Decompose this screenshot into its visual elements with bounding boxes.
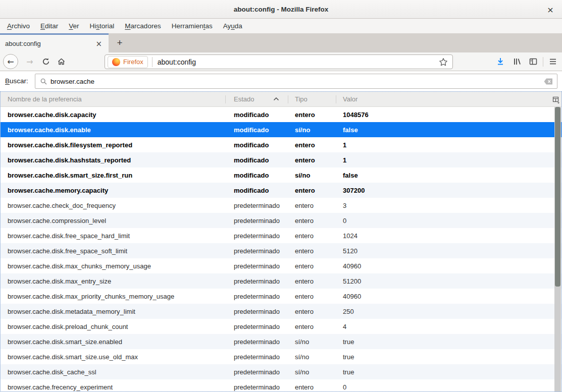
column-header-name[interactable]: Nombre de la preferencia [1,95,225,103]
pref-type: entero [288,232,336,240]
pref-row[interactable]: browser.cache.check_doc_frequency predet… [1,198,561,213]
pref-value: 1048576 [336,111,561,119]
pref-type: entero [288,217,336,225]
star-icon [439,58,448,67]
url-bar[interactable]: Firefox about:config [105,54,453,69]
window-title: about:config - Mozilla Firefox [234,6,329,13]
sort-ascending-icon [273,97,279,101]
app-menu-button[interactable] [547,55,559,68]
pref-value: 1 [336,141,561,149]
pref-name: browser.cache.compression_level [1,217,225,225]
pref-status: modificado [225,126,288,134]
pref-value: 40960 [336,293,561,300]
bookmark-star-button[interactable] [439,58,448,67]
pref-value: true [336,338,561,346]
site-identity-chip[interactable]: Firefox [108,56,148,68]
sidebars-button[interactable] [527,55,539,68]
pref-value: 1 [336,156,561,164]
pref-row[interactable]: browser.cache.disk.free_space_soft_limit… [1,243,561,258]
pref-row[interactable]: browser.cache.disk.smart_size.use_old_ma… [1,349,561,364]
header-divider [336,95,336,103]
search-box[interactable] [35,74,557,89]
pref-name: browser.cache.disk.smart_size.enabled [1,338,225,346]
column-picker-button[interactable] [551,95,560,104]
pref-row[interactable]: browser.cache.disk.max_entry_size predet… [1,273,561,289]
pref-type: entero [288,111,336,119]
pref-value: 250 [336,308,561,315]
pref-row[interactable]: browser.cache.disk.enable modificado sí/… [1,122,561,137]
reload-button[interactable] [38,54,54,69]
menu-marcadores[interactable]: Marcadores [125,22,161,30]
downloads-button[interactable] [494,55,506,68]
home-button[interactable] [54,54,69,69]
pref-value: 5120 [336,247,561,255]
menu-ver[interactable]: Ver [69,22,79,30]
pref-status: modificado [225,141,288,149]
pref-type: sí/no [288,172,336,179]
pref-status: predeterminado [225,293,288,300]
pref-row[interactable]: browser.cache.disk.capacity modificado e… [1,107,561,122]
pref-status: modificado [225,187,288,194]
menu-herramientas[interactable]: Herramientas [172,22,213,30]
pref-status: modificado [225,156,288,164]
pref-row[interactable]: browser.cache.disk.filesystem_reported m… [1,137,561,152]
pref-type: entero [288,156,336,164]
tab-about-config[interactable]: about:config × [0,33,109,52]
pref-row[interactable]: browser.cache.disk.smart_size.enabled pr… [1,334,561,349]
download-icon [496,57,505,66]
pref-row[interactable]: browser.cache.disk.preload_chunk_count p… [1,319,561,334]
header-divider [225,95,226,103]
clear-input-icon[interactable] [544,78,553,85]
column-header-type[interactable]: Tipo [288,95,336,103]
vertical-scrollbar[interactable] [554,107,561,392]
pref-value: true [336,368,561,376]
pref-row[interactable]: browser.cache.disk.free_space_hard_limit… [1,228,561,243]
pref-row[interactable]: browser.cache.disk.hashstats_reported mo… [1,152,561,167]
tab-close-icon[interactable]: × [94,39,104,48]
pref-value: 0 [336,383,561,391]
pref-type: sí/no [288,338,336,346]
table-header: Nombre de la preferencia Estado Tipo Val… [1,92,561,107]
menu-bar: Archivo Editar Ver Historial Marcadores … [0,19,562,33]
pref-row[interactable]: browser.cache.memory.capacity modificado… [1,183,561,198]
pref-value: false [336,126,561,134]
pref-status: predeterminado [225,308,288,315]
column-header-value[interactable]: Valor [336,95,561,103]
firefox-window: about:config - Mozilla Firefox × Archivo… [0,0,562,392]
pref-status: predeterminado [225,217,288,225]
back-button[interactable]: ← [3,54,18,69]
new-tab-button[interactable]: + [111,33,128,52]
header-divider [288,95,288,103]
pref-row[interactable]: browser.cache.disk.max_priority_chunks_m… [1,289,561,304]
pref-row[interactable]: browser.cache.disk.smart_size.first_run … [1,167,561,183]
forward-button[interactable]: → [22,54,37,69]
pref-type: entero [288,262,336,270]
pref-row[interactable]: browser.cache.disk.metadata_memory_limit… [1,304,561,319]
pref-name: browser.cache.disk.enable [1,126,225,134]
pref-row[interactable]: browser.cache.frecency_experiment predet… [1,379,561,392]
scrollbar-thumb[interactable] [555,107,560,287]
pref-status: modificado [225,111,288,119]
pref-row[interactable]: browser.cache.compression_level predeter… [1,213,561,228]
window-close-button[interactable]: × [545,4,556,15]
menu-editar[interactable]: Editar [40,22,58,30]
pref-row[interactable]: browser.cache.disk_cache_ssl predetermin… [1,364,561,379]
pref-type: sí/no [288,368,336,376]
pref-name: browser.cache.disk.smart_size.use_old_ma… [1,353,225,361]
menu-ayuda[interactable]: Ayuda [223,22,242,30]
window-titlebar[interactable]: about:config - Mozilla Firefox × [0,0,562,19]
pref-name: browser.cache.disk.max_entry_size [1,277,225,285]
pref-status: modificado [225,172,288,179]
pref-status: predeterminado [225,323,288,330]
pref-row[interactable]: browser.cache.disk.max_chunks_memory_usa… [1,258,561,273]
pref-name: browser.cache.disk.max_priority_chunks_m… [1,293,225,300]
library-button[interactable] [511,55,523,68]
menu-archivo[interactable]: Archivo [7,22,30,30]
home-icon [57,58,66,66]
pref-name: browser.cache.disk.free_space_soft_limit [1,247,225,255]
pref-name: browser.cache.disk.smart_size.first_run [1,172,225,179]
menu-historial[interactable]: Historial [90,22,115,30]
search-input[interactable] [50,78,544,85]
pref-status: predeterminado [225,262,288,270]
pref-type: entero [288,308,336,315]
